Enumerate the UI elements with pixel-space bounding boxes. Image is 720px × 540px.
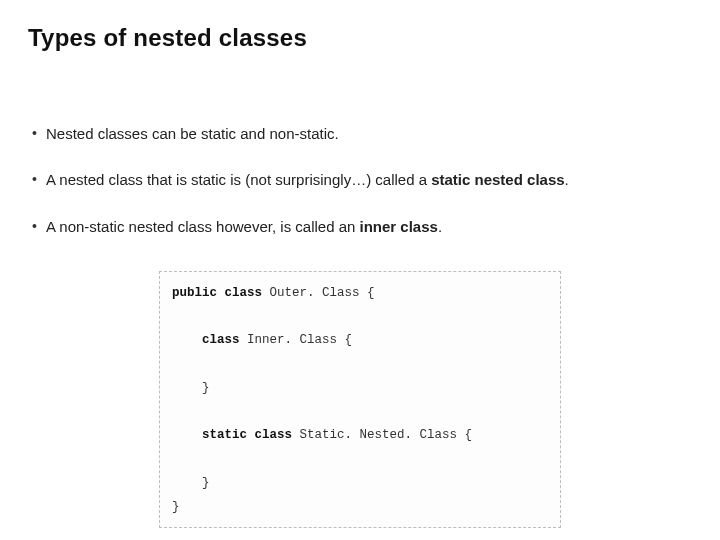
bullet-list: Nested classes can be static and non-sta… bbox=[28, 124, 692, 237]
code-keyword: static class bbox=[202, 428, 300, 442]
code-content: public class Outer. Class { class Inner.… bbox=[172, 282, 548, 520]
code-text: Static. Nested. Class { bbox=[300, 428, 473, 442]
bullet-text: A non-static nested class however, is ca… bbox=[46, 218, 360, 235]
list-item: A nested class that is static is (not su… bbox=[32, 170, 692, 190]
list-item: A non-static nested class however, is ca… bbox=[32, 217, 692, 237]
code-text: } bbox=[202, 381, 210, 395]
bullet-bold: static nested class bbox=[431, 171, 564, 188]
list-item: Nested classes can be static and non-sta… bbox=[32, 124, 692, 144]
code-text: } bbox=[202, 476, 210, 490]
bullet-text: A nested class that is static is (not su… bbox=[46, 171, 431, 188]
code-text: Outer. Class { bbox=[270, 286, 375, 300]
page-title: Types of nested classes bbox=[28, 24, 692, 52]
bullet-post: . bbox=[565, 171, 569, 188]
bullet-bold: inner class bbox=[360, 218, 438, 235]
code-text: Inner. Class { bbox=[247, 333, 352, 347]
slide: Types of nested classes Nested classes c… bbox=[0, 0, 720, 540]
code-keyword: class bbox=[202, 333, 247, 347]
bullet-post: . bbox=[438, 218, 442, 235]
code-text: } bbox=[172, 500, 180, 514]
code-block: public class Outer. Class { class Inner.… bbox=[159, 271, 561, 529]
bullet-text: Nested classes can be static and non-sta… bbox=[46, 125, 339, 142]
code-keyword: public class bbox=[172, 286, 270, 300]
